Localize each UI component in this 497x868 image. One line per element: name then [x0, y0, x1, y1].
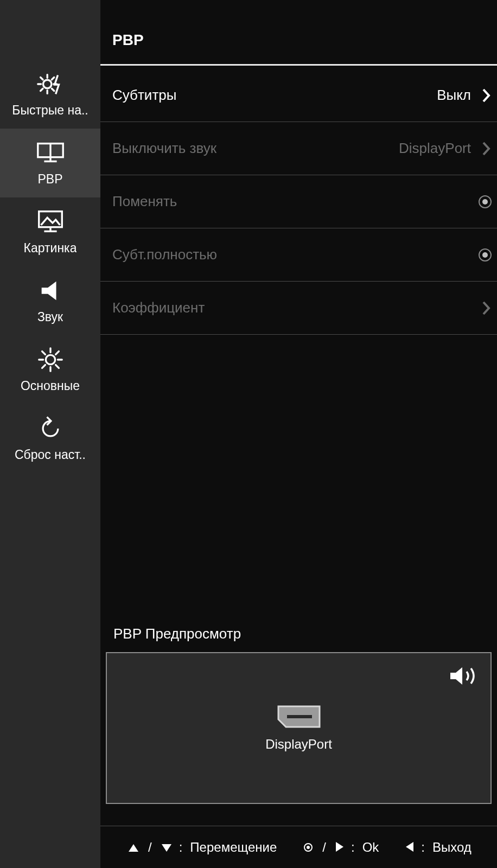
radio-icon — [479, 248, 492, 261]
sidebar-item-label: Быстрые на.. — [12, 103, 88, 118]
sidebar-item-label: Основные — [21, 379, 80, 393]
main-panel: PBP Субтитры Выкл Выключить звук Display… — [100, 0, 497, 868]
select-icon — [304, 843, 313, 852]
chevron-right-icon — [481, 301, 492, 316]
sidebar-item-label: Сброс наст.. — [15, 448, 86, 462]
row-label: Коэффициент — [112, 299, 481, 316]
row-value: Выкл — [437, 87, 471, 104]
row-label: Поменять — [112, 193, 474, 210]
svg-marker-16 — [41, 282, 56, 301]
svg-line-5 — [40, 77, 42, 79]
svg-marker-30 — [162, 844, 171, 852]
svg-line-22 — [42, 352, 45, 355]
chevron-right-icon — [481, 88, 492, 103]
hint-move-label: Перемещение — [190, 840, 277, 855]
page-title: PBP — [100, 0, 497, 66]
sidebar-item-label: Звук — [37, 310, 63, 324]
svg-marker-26 — [450, 667, 462, 685]
arrow-down-icon — [162, 840, 171, 855]
svg-line-24 — [42, 365, 45, 368]
svg-rect-28 — [287, 715, 312, 718]
gear-icon — [35, 345, 66, 374]
svg-point-0 — [43, 80, 51, 88]
hint-ok: / : Ok — [304, 840, 379, 855]
svg-line-6 — [52, 88, 54, 91]
sidebar-item-reset[interactable]: Сброс наст.. — [0, 404, 100, 473]
arrow-left-icon — [406, 840, 413, 855]
svg-line-8 — [52, 77, 54, 79]
svg-point-17 — [46, 355, 55, 364]
arrow-up-icon — [129, 840, 138, 855]
settings-list: Субтитры Выкл Выключить звук DisplayPort… — [100, 66, 497, 335]
preview-title: PBP Предпросмотр — [106, 626, 492, 652]
row-label: Субтитры — [112, 87, 437, 104]
row-label: Выключить звук — [112, 140, 399, 157]
radio-icon — [479, 195, 492, 208]
sidebar-item-picture[interactable]: Картинка — [0, 197, 100, 266]
speaker-icon — [35, 276, 66, 305]
picture-icon — [35, 207, 66, 237]
sidebar-item-sound[interactable]: Звук — [0, 266, 100, 335]
preview-section: PBP Предпросмотр DisplayPort — [100, 626, 497, 826]
row-value: DisplayPort — [399, 140, 471, 157]
hint-exit: : Выход — [406, 840, 471, 855]
svg-line-25 — [55, 352, 59, 355]
row-subtitles[interactable]: Субтитры Выкл — [100, 69, 497, 122]
row-sub-full: Субт.полностью — [100, 228, 497, 282]
sidebar-item-pbp[interactable]: PBP — [0, 129, 100, 197]
sidebar-item-label: PBP — [37, 172, 62, 187]
preview-box: DisplayPort — [106, 652, 492, 804]
quick-settings-icon — [35, 69, 66, 99]
hint-move: / : Перемещение — [129, 840, 277, 855]
sidebar: Быстрые на.. PBP Картинка — [0, 0, 100, 868]
sidebar-item-quick[interactable]: Быстрые на.. — [0, 60, 100, 129]
arrow-right-icon — [336, 840, 343, 855]
row-label: Субт.полностью — [112, 246, 474, 263]
row-swap: Поменять — [100, 175, 497, 228]
row-ratio: Коэффициент — [100, 282, 497, 335]
footer-hints: / : Перемещение / : Ok : Выход — [100, 826, 497, 868]
preview-port-label: DisplayPort — [265, 737, 332, 752]
svg-line-23 — [55, 365, 59, 368]
svg-marker-29 — [129, 844, 138, 852]
svg-marker-32 — [406, 842, 413, 852]
pbp-icon — [35, 138, 66, 168]
sidebar-item-label: Картинка — [24, 241, 77, 256]
chevron-right-icon — [481, 141, 492, 156]
svg-line-7 — [40, 88, 42, 91]
reset-icon — [35, 414, 66, 443]
svg-marker-31 — [336, 842, 343, 852]
row-mute: Выключить звук DisplayPort — [100, 122, 497, 175]
sidebar-item-general[interactable]: Основные — [0, 335, 100, 404]
speaker-on-icon — [448, 665, 479, 687]
hint-ok-label: Ok — [362, 840, 379, 855]
hint-exit-label: Выход — [432, 840, 471, 855]
displayport-icon — [276, 704, 322, 731]
